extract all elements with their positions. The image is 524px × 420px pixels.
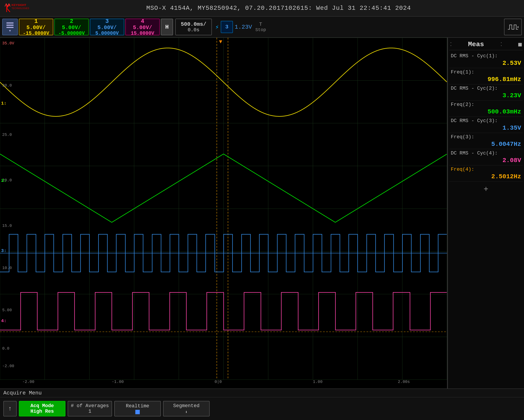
segmented-button[interactable]: Segmented ⬇ — [163, 401, 210, 416]
trigger-value: 1.23V — [235, 24, 252, 30]
ch4-marker: 4↕ — [1, 318, 6, 323]
measurements-panel: ⁚ Meas ⁚ ▦ DC RMS - Cyc(1): 2.53V Freq(1… — [447, 38, 524, 388]
meas-dots-right: ⁚ — [500, 42, 502, 47]
run-stop-status: Stop — [255, 27, 266, 32]
y-label-neg2: -2.00 — [2, 364, 14, 368]
svg-rect-4 — [6, 27, 14, 28]
x-label-1: 1.00 — [313, 380, 323, 384]
svg-text:TECHNOLOGIES: TECHNOLOGIES — [11, 7, 29, 9]
run-stop-section: T Stop — [255, 22, 266, 32]
h-label: H — [161, 19, 173, 35]
keysight-logo: KEYSIGHT TECHNOLOGIES — [4, 2, 31, 14]
x-label-neg1: -1.00 — [112, 380, 124, 384]
meas-freq-2: Freq(2): 500.03mHz — [449, 100, 523, 117]
ch2-marker: 2↕ — [1, 178, 6, 183]
realtime-indicator — [135, 410, 140, 414]
trigger-arrow: ▼ — [219, 39, 222, 45]
channel-2-button[interactable]: 2 5.00V/ -5.00000V — [54, 19, 89, 35]
ch1-marker: 1↕ — [1, 101, 6, 106]
y-label-top: 35.0V — [2, 41, 14, 45]
meas-grid-icon[interactable]: ▦ — [518, 41, 522, 48]
acquire-menu-label: Acquire Menu — [0, 389, 524, 397]
meas-freq-1: Freq(1): 996.81mHz — [449, 68, 523, 84]
svg-rect-2 — [6, 22, 14, 24]
x-label-0: 0|0 — [215, 380, 222, 384]
add-measurement-button[interactable]: + — [449, 182, 523, 197]
segmented-arrow-icon: ⬇ — [185, 410, 188, 414]
oscilloscope-canvas — [0, 38, 447, 388]
channel-3-button[interactable]: 3 5.00V/ 5.00000V — [90, 19, 124, 35]
meas-header: ⁚ Meas ⁚ ▦ — [449, 39, 523, 50]
meas-dots-icon: ⁚ — [450, 42, 452, 47]
meas-title: Meas — [468, 41, 484, 48]
meas-freq-3: Freq(3): 5.0047Hz — [449, 133, 523, 149]
trigger-channel[interactable]: 3 — [221, 21, 233, 33]
x-label-2: 2.00s — [398, 380, 410, 384]
channel-1-button[interactable]: 1 5.00V/ -15.0000V — [19, 19, 53, 35]
bottom-bar: Acquire Menu ↑ Acq Mode High Res # of Av… — [0, 388, 524, 420]
meas-dc-rms-1: DC RMS - Cyc(1): 2.53V — [449, 52, 523, 68]
y-label-15: 15.0 — [2, 223, 12, 228]
bottom-buttons: ↑ Acq Mode High Res # of Averages 1 Real… — [0, 397, 524, 420]
acq-mode-button[interactable]: Acq Mode High Res — [19, 401, 65, 416]
scope-area[interactable]: 35.0V 30.0 25.0 20.0 15.0 10.0 5.00 0.0 … — [0, 38, 447, 388]
avg-button[interactable]: # of Averages 1 — [68, 401, 112, 416]
y-label-5: 5.00 — [2, 308, 12, 312]
trigger-icon: ⚡ — [215, 23, 219, 31]
controls-bar: ▼ 1 5.00V/ -15.0000V 2 5.00V/ -5.00000V … — [0, 17, 524, 38]
x-label-neg2: -2.00 — [22, 380, 34, 384]
waveform-icon[interactable] — [504, 19, 522, 35]
y-label-10: 10.0 — [2, 266, 12, 270]
trigger-section: ⚡ 3 1.23V — [215, 21, 252, 33]
main-area: 35.0V 30.0 25.0 20.0 15.0 10.0 5.00 0.0 … — [0, 38, 524, 388]
y-label-25: 25.0 — [2, 133, 12, 137]
header: KEYSIGHT TECHNOLOGIES MSO-X 4154A, MY582… — [0, 0, 524, 17]
up-arrow-button[interactable]: ↑ — [3, 401, 17, 416]
timebase-button[interactable]: 500.0ms/ 0.0s — [175, 19, 212, 35]
meas-dc-rms-3: DC RMS - Cyc(3): 1.35V — [449, 117, 523, 133]
y-label-0: 0.0 — [2, 346, 9, 351]
svg-text:KEYSIGHT: KEYSIGHT — [11, 3, 26, 7]
t-label: T — [259, 22, 262, 27]
meas-dc-rms-2: DC RMS - Cyc(2): 3.23V — [449, 84, 523, 100]
menu-button[interactable]: ▼ — [2, 19, 18, 35]
instrument-title: MSO-X 4154A, MY58250942, 07.20.201710261… — [38, 5, 520, 11]
ch3-marker: 3↕ — [1, 248, 6, 253]
channel-4-button[interactable]: 4 5.00V/ 15.0000V — [125, 19, 160, 35]
y-label-30: 30.0 — [2, 83, 12, 88]
meas-freq-4: Freq(4): 2.5012Hz — [449, 165, 523, 182]
svg-rect-3 — [6, 25, 14, 26]
meas-dc-rms-4: DC RMS - Cyc(4): 2.08V — [449, 149, 523, 165]
realtime-button[interactable]: Realtime — [114, 401, 161, 416]
